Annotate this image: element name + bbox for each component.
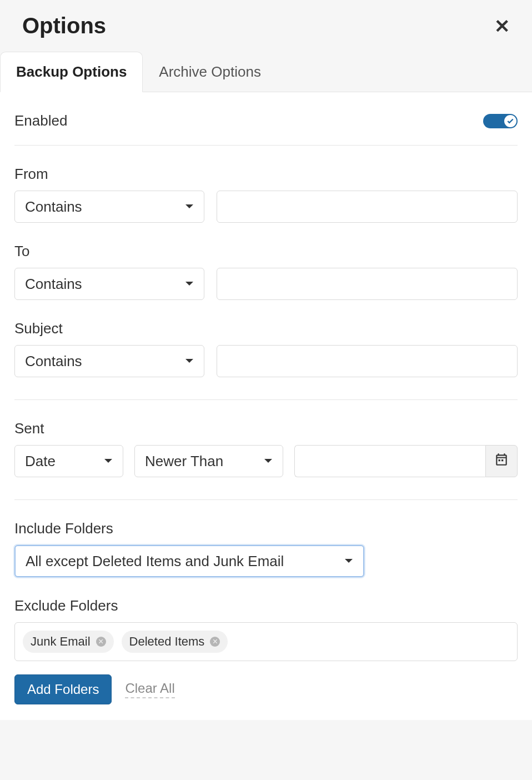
remove-tag-icon[interactable] — [96, 637, 106, 647]
tab-label: Archive Options — [159, 63, 261, 80]
chevron-down-icon — [185, 358, 194, 364]
link-label: Clear All — [125, 681, 174, 696]
sent-date-input[interactable] — [294, 445, 485, 477]
select-value: Newer Than — [145, 453, 223, 470]
tab-label: Backup Options — [16, 63, 127, 80]
include-folders-select[interactable]: All except Deleted Items and Junk Email — [14, 545, 364, 577]
dialog-title: Options — [22, 13, 106, 38]
exclude-folders-label: Exclude Folders — [14, 597, 518, 614]
to-condition-select[interactable]: Contains — [14, 268, 204, 300]
divider — [14, 499, 518, 500]
sent-group: Sent Date Newer Than — [14, 420, 518, 477]
tab-backup-options[interactable]: Backup Options — [0, 52, 143, 92]
clear-all-link[interactable]: Clear All — [125, 681, 174, 698]
button-label: Add Folders — [27, 682, 99, 697]
calendar-button[interactable] — [485, 445, 518, 477]
toggle-knob-icon — [504, 115, 516, 127]
options-dialog: Options ✕ Backup Options Archive Options… — [0, 0, 532, 780]
close-icon[interactable]: ✕ — [494, 17, 510, 36]
enabled-row: Enabled — [14, 112, 518, 146]
subject-condition-select[interactable]: Contains — [14, 345, 204, 377]
subject-label: Subject — [14, 320, 518, 337]
include-folders-group: Include Folders All except Deleted Items… — [14, 520, 518, 577]
subject-group: Subject Contains — [14, 320, 518, 377]
select-value: Date — [25, 453, 56, 470]
from-label: From — [14, 166, 518, 183]
include-folders-label: Include Folders — [14, 520, 518, 537]
divider — [14, 399, 518, 400]
select-value: Contains — [25, 353, 82, 370]
chevron-down-icon — [344, 558, 353, 564]
add-folders-button[interactable]: Add Folders — [14, 674, 112, 704]
chevron-down-icon — [185, 281, 194, 287]
exclude-tag: Junk Email — [23, 631, 114, 653]
sent-date-field — [294, 445, 518, 477]
enabled-label: Enabled — [14, 112, 67, 129]
chevron-down-icon — [104, 458, 113, 464]
calendar-icon — [494, 452, 509, 471]
tag-label: Deleted Items — [129, 634, 205, 649]
select-value: Contains — [25, 198, 82, 216]
dialog-header: Options ✕ — [0, 0, 532, 52]
sent-condition-select[interactable]: Newer Than — [134, 445, 283, 477]
sent-type-select[interactable]: Date — [14, 445, 123, 477]
exclude-folders-group: Exclude Folders Junk Email Deleted Items — [14, 597, 518, 661]
from-value-input[interactable] — [217, 191, 518, 223]
enabled-toggle[interactable] — [483, 114, 518, 128]
exclude-folders-box[interactable]: Junk Email Deleted Items — [14, 622, 518, 661]
folder-actions: Add Folders Clear All — [14, 674, 518, 704]
from-condition-select[interactable]: Contains — [14, 191, 204, 223]
sent-label: Sent — [14, 420, 518, 437]
tag-label: Junk Email — [31, 634, 91, 649]
from-group: From Contains — [14, 166, 518, 223]
select-value: All except Deleted Items and Junk Email — [26, 553, 284, 570]
tab-content: Enabled From Contains To — [0, 92, 532, 720]
tabs: Backup Options Archive Options — [0, 52, 532, 92]
subject-value-input[interactable] — [217, 345, 518, 377]
to-group: To Contains — [14, 243, 518, 300]
chevron-down-icon — [264, 458, 273, 464]
exclude-tag: Deleted Items — [122, 631, 228, 653]
select-value: Contains — [25, 276, 82, 293]
tab-archive-options[interactable]: Archive Options — [143, 52, 277, 92]
chevron-down-icon — [185, 204, 194, 209]
to-label: To — [14, 243, 518, 260]
remove-tag-icon[interactable] — [210, 637, 220, 647]
to-value-input[interactable] — [217, 268, 518, 300]
